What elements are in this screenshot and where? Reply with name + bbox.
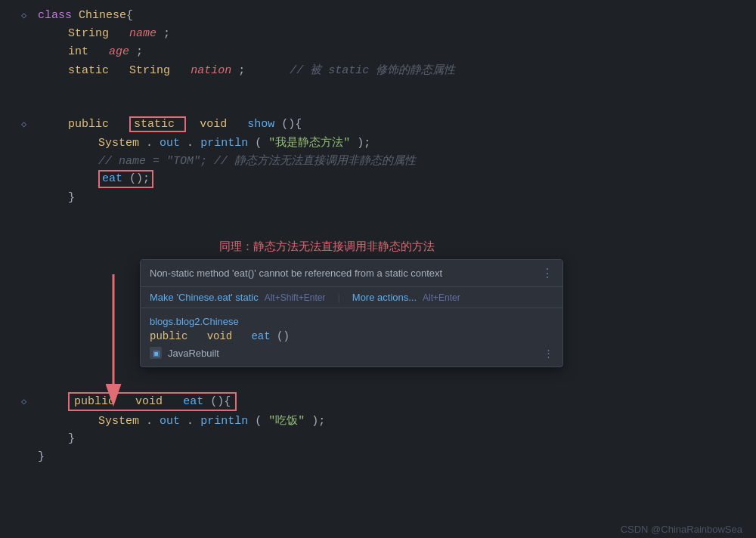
tooltip-actions: Make 'Chinese.eat' static Alt+Shift+Ente…: [141, 287, 562, 308]
static-keyword-1: static: [68, 64, 109, 77]
eat-call-method: eat: [102, 172, 122, 185]
out-1: out: [160, 137, 180, 150]
down-arrow-svg: [91, 271, 136, 407]
code-line-3: int age ;: [0, 42, 756, 60]
open-brace-class: {: [126, 9, 133, 22]
tooltip-dots-1[interactable]: ⋮: [541, 266, 553, 280]
code-line-5: ◇ public static void show (){: [0, 115, 756, 133]
string-keyword: String: [68, 27, 109, 40]
nation-var: nation: [191, 64, 231, 77]
editor-area: ◇ class Chinese { String name ; int age …: [0, 6, 756, 538]
static-highlight: static: [129, 116, 186, 132]
public-keyword-1: public: [68, 118, 109, 131]
age-var: age: [109, 45, 129, 58]
arrow-container: [91, 271, 136, 410]
code-line-11: System . out . println ( "吃饭" );: [0, 412, 756, 430]
close-brace-eat: }: [68, 432, 75, 445]
code-line-1: ◇ class Chinese {: [0, 6, 756, 24]
code-line-4: static String nation ; // 被 static 修饰的静态…: [0, 60, 756, 79]
tooltip-reference: blogs.blog2.Chinese public void eat () ▣…: [141, 308, 562, 366]
name-var: name: [129, 27, 156, 40]
empty-line-1: [0, 79, 756, 97]
string-static-method: "我是静态方法": [268, 137, 350, 150]
source-icon: ▣: [150, 347, 162, 359]
annotation-text: 同理：静态方法无法直接调用非静态的方法: [219, 240, 435, 254]
tooltip-dots-2[interactable]: ⋮: [544, 348, 553, 359]
class-name: Chinese: [79, 9, 126, 22]
string-eat: "吃饭": [268, 415, 305, 428]
class-keyword: class: [38, 9, 72, 22]
ref-source-row: ▣ JavaRebuilt ⋮: [150, 347, 553, 359]
code-line-13: }: [0, 448, 756, 466]
void-keyword-2: void: [135, 395, 163, 408]
close-brace-show: }: [68, 191, 75, 204]
empty-line-2: [0, 97, 756, 115]
make-static-shortcut: Alt+Shift+Enter: [265, 292, 326, 303]
int-keyword: int: [68, 45, 88, 58]
code-line-9: }: [0, 189, 756, 207]
eat-method-name: eat: [183, 395, 203, 408]
static-keyword-2: static: [134, 118, 175, 131]
close-brace-class: }: [38, 450, 45, 463]
show-method: show: [247, 118, 274, 131]
system-out-1: System: [98, 137, 139, 150]
tooltip-header: Non-static method 'eat()' cannot be refe…: [141, 260, 562, 287]
println-2: println: [200, 415, 248, 428]
ref-code: public void eat (): [150, 330, 553, 342]
more-actions-shortcut: Alt+Enter: [423, 292, 460, 303]
string-keyword-2: String: [129, 64, 170, 77]
comment-name-line: // name = "TOM"; // 静态方法无法直接调用非静态的属性: [98, 155, 416, 168]
println-1: println: [200, 137, 248, 150]
error-tooltip: Non-static method 'eat()' cannot be refe…: [140, 259, 563, 367]
eat-call-highlight: eat ();: [98, 170, 153, 188]
fold-icon-2: ◇: [21, 119, 26, 130]
void-keyword-1: void: [200, 118, 227, 131]
code-line-8: eat ();: [0, 169, 756, 189]
code-line-2: String name ;: [0, 24, 756, 42]
error-message: Non-static method 'eat()' cannot be refe…: [150, 267, 442, 279]
fold-icon-3: ◇: [21, 396, 26, 407]
code-line-12: }: [0, 430, 756, 448]
out-2: out: [160, 415, 180, 428]
make-static-action[interactable]: Make 'Chinese.eat' static: [150, 292, 259, 303]
ref-source-name: JavaRebuilt: [168, 348, 219, 359]
static-comment: // 被 static 修饰的静态属性: [290, 64, 455, 77]
fold-icon-1: ◇: [21, 10, 26, 21]
watermark: CSDN @ChinaRainbowSea: [621, 524, 742, 535]
more-actions[interactable]: More actions...: [352, 292, 417, 303]
code-line-7: // name = "TOM"; // 静态方法无法直接调用非静态的属性: [0, 151, 756, 169]
system-out-2: System: [98, 415, 139, 428]
ref-package: blogs.blog2.Chinese: [150, 316, 553, 327]
code-line-6: System . out . println ( "我是静态方法" );: [0, 133, 756, 151]
